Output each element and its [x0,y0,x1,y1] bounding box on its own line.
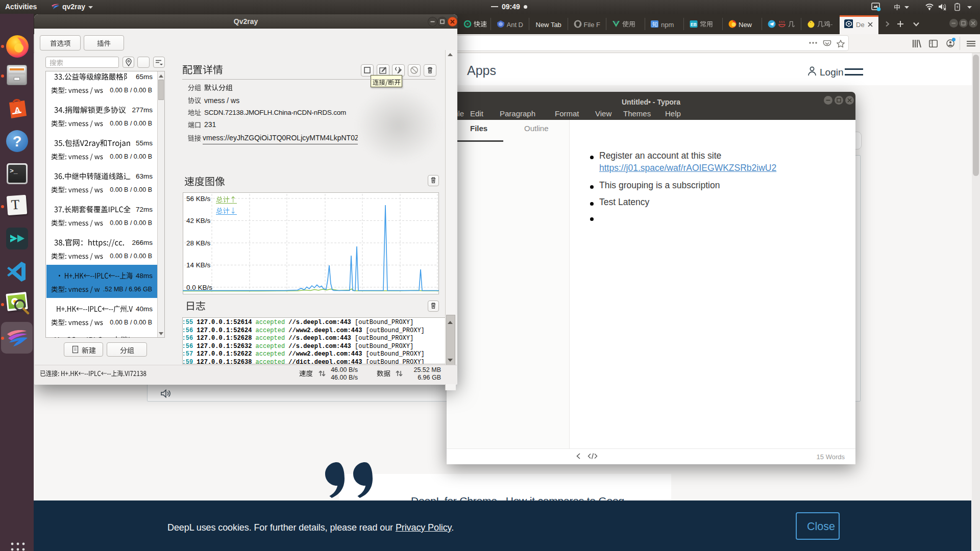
svg-text:A: A [14,105,21,115]
